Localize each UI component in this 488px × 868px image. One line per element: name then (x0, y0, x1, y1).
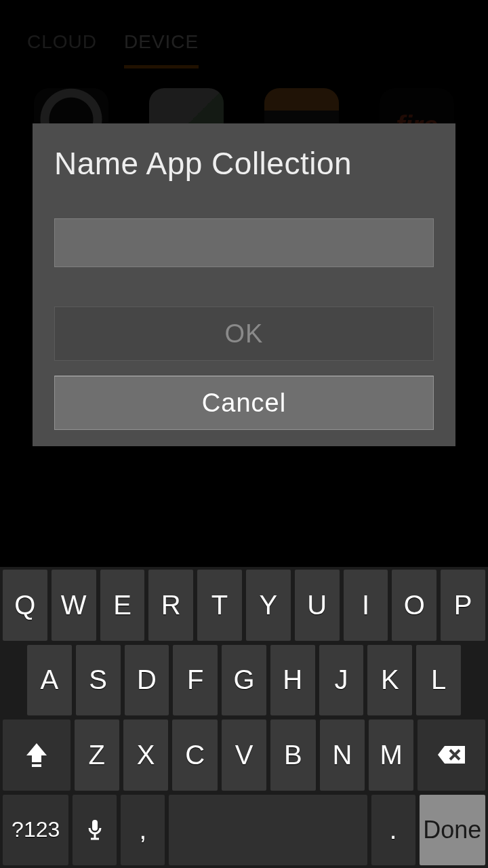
key-p[interactable]: P (441, 570, 485, 641)
key-g[interactable]: G (222, 645, 266, 716)
svg-rect-0 (32, 764, 41, 767)
key-u[interactable]: U (295, 570, 340, 641)
key-y[interactable]: Y (246, 570, 291, 641)
key-space[interactable] (169, 795, 367, 866)
keyboard-row-3: Z X C V B N M (3, 719, 485, 791)
cancel-button[interactable]: Cancel (54, 376, 434, 430)
key-w[interactable]: W (52, 570, 96, 641)
key-t[interactable]: T (197, 570, 242, 641)
key-c[interactable]: C (172, 719, 217, 791)
key-done[interactable]: Done (420, 795, 485, 866)
key-l[interactable]: L (416, 645, 461, 716)
svg-rect-1 (92, 820, 98, 831)
key-m[interactable]: M (369, 719, 413, 791)
key-h[interactable]: H (270, 645, 315, 716)
key-b[interactable]: B (270, 719, 315, 791)
key-a[interactable]: A (27, 645, 72, 716)
key-j[interactable]: J (319, 645, 364, 716)
key-period[interactable]: . (371, 795, 415, 866)
ok-button[interactable]: OK (54, 307, 434, 361)
key-v[interactable]: V (222, 719, 266, 791)
keyboard-row-1: Q W E R T Y U I O P (3, 570, 485, 641)
key-d[interactable]: D (125, 645, 169, 716)
key-x[interactable]: X (123, 719, 168, 791)
collection-name-input[interactable] (54, 218, 434, 267)
onscreen-keyboard: Q W E R T Y U I O P A S D F G H J K L Z … (0, 567, 488, 868)
shift-icon (25, 742, 48, 768)
microphone-icon (87, 818, 103, 842)
name-collection-dialog: Name App Collection OK Cancel (33, 123, 455, 446)
key-i[interactable]: I (344, 570, 388, 641)
key-k[interactable]: K (367, 645, 412, 716)
key-o[interactable]: O (392, 570, 436, 641)
key-s[interactable]: S (76, 645, 121, 716)
key-shift[interactable] (3, 719, 70, 791)
key-f[interactable]: F (173, 645, 218, 716)
key-comma[interactable]: , (121, 795, 165, 866)
key-symbols[interactable]: ?123 (3, 795, 68, 866)
key-q[interactable]: Q (3, 570, 47, 641)
dialog-title: Name App Collection (33, 123, 455, 182)
key-e[interactable]: E (100, 570, 145, 641)
key-voice[interactable] (73, 795, 117, 866)
keyboard-row-4: ?123 , . Done (3, 795, 485, 866)
key-r[interactable]: R (148, 570, 193, 641)
key-backspace[interactable] (418, 719, 485, 791)
keyboard-row-2: A S D F G H J K L (3, 645, 485, 716)
backspace-icon (436, 745, 466, 765)
key-n[interactable]: N (320, 719, 365, 791)
key-z[interactable]: Z (75, 719, 119, 791)
